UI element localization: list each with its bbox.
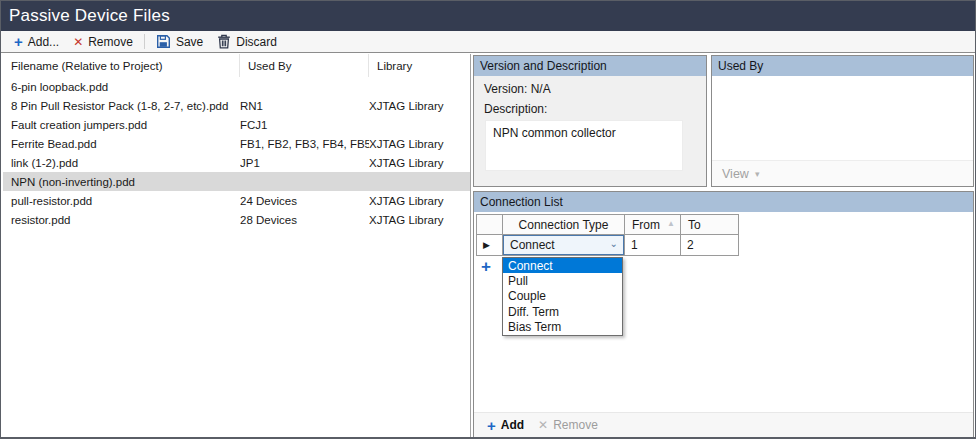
- connection-table: Connection Type From ▲ To ▶ Connect ⌄ 1: [476, 214, 739, 256]
- main-toolbar: + Add... ✕ Remove Save: [1, 31, 975, 53]
- table-row[interactable]: Fault creation jumpers.pdd FCJ1: [3, 115, 470, 134]
- connection-type-combobox[interactable]: Connect ⌄: [503, 235, 624, 255]
- column-header-filename[interactable]: Filename (Relative to Project): [3, 54, 240, 77]
- cell-used-by: [240, 77, 369, 96]
- remove-x-icon: ✕: [538, 419, 548, 431]
- current-row-indicator[interactable]: ▶: [477, 235, 503, 256]
- cell-library: [369, 77, 470, 96]
- connection-table-header: Connection Type From ▲ To: [477, 215, 739, 235]
- new-row-plus-icon[interactable]: +: [481, 258, 491, 275]
- connection-type-cell: Connect ⌄: [503, 235, 625, 256]
- file-table: Filename (Relative to Project) Used By L…: [3, 54, 471, 438]
- dropdown-option-pull[interactable]: Pull: [503, 273, 622, 288]
- cell-used-by: JP1: [240, 153, 369, 172]
- table-row-selected[interactable]: NPN (non-inverting).pdd: [3, 172, 470, 191]
- table-row[interactable]: pull-resistor.pdd 24 Devices XJTAG Libra…: [3, 191, 470, 210]
- description-field[interactable]: NPN common collector: [485, 120, 683, 171]
- dropdown-option-couple[interactable]: Couple: [503, 289, 622, 304]
- add-button-label: Add...: [28, 35, 59, 49]
- cell-library: XJTAG Library: [369, 191, 470, 210]
- cell-library: [369, 115, 470, 134]
- connection-remove-label: Remove: [553, 418, 598, 432]
- table-row[interactable]: Ferrite Bead.pdd FB1, FB2, FB3, FB4, FB5…: [3, 134, 470, 153]
- connection-add-button[interactable]: + Add: [480, 415, 531, 436]
- cell-filename: 8 Pin Pull Resistor Pack (1-8, 2-7, etc)…: [3, 96, 240, 115]
- toolbar-separator: [144, 34, 145, 49]
- remove-x-icon: ✕: [73, 36, 83, 48]
- cell-used-by: FB1, FB2, FB3, FB4, FB5: [240, 134, 369, 153]
- column-header-connection-type[interactable]: Connection Type: [503, 215, 625, 235]
- version-panel-header: Version and Description: [474, 56, 706, 76]
- table-row[interactable]: resistor.pdd 28 Devices XJTAG Library: [3, 210, 470, 229]
- cell-filename: Ferrite Bead.pdd: [3, 134, 240, 153]
- cell-used-by: [240, 172, 369, 191]
- cell-library: XJTAG Library: [369, 134, 470, 153]
- cell-library: XJTAG Library: [369, 96, 470, 115]
- chevron-down-icon: ▾: [755, 169, 760, 179]
- connection-row: ▶ Connect ⌄ 1 2: [477, 235, 739, 256]
- passive-device-files-window: Passive Device Files + Add... ✕ Remove S…: [0, 0, 976, 439]
- save-icon: [156, 34, 171, 49]
- table-row[interactable]: 8 Pin Pull Resistor Pack (1-8, 2-7, etc)…: [3, 96, 470, 115]
- remove-button[interactable]: ✕ Remove: [66, 32, 140, 52]
- cell-library: XJTAG Library: [369, 210, 470, 229]
- remove-button-label: Remove: [88, 35, 133, 49]
- cell-used-by: RN1: [240, 96, 369, 115]
- version-description-panel: Version and Description Version: N/A Des…: [473, 55, 707, 187]
- chevron-down-icon: ⌄: [610, 239, 618, 249]
- row-arrow-icon: ▶: [483, 240, 490, 250]
- view-dropdown-button[interactable]: View: [722, 167, 749, 181]
- cell-filename: 6-pin loopback.pdd: [3, 77, 240, 96]
- dropdown-option-connect[interactable]: Connect: [503, 258, 622, 273]
- cell-filename: pull-resistor.pdd: [3, 191, 240, 210]
- to-cell[interactable]: 2: [681, 235, 739, 256]
- column-header-used-by[interactable]: Used By: [240, 54, 369, 77]
- connection-list-panel: Connection List Connection Type From ▲ T…: [473, 191, 974, 438]
- cell-filename: link (1-2).pdd: [3, 153, 240, 172]
- page-title: Passive Device Files: [1, 1, 975, 31]
- dropdown-option-diff-term[interactable]: Diff. Term: [503, 304, 622, 319]
- add-button[interactable]: + Add...: [7, 32, 66, 52]
- cell-library: XJTAG Library: [369, 153, 470, 172]
- connection-remove-button[interactable]: ✕ Remove: [531, 415, 605, 436]
- from-cell[interactable]: 1: [625, 235, 681, 256]
- description-label: Description:: [484, 102, 547, 116]
- used-by-panel-header: Used By: [712, 56, 973, 76]
- from-header-label: From: [632, 218, 660, 232]
- connection-type-dropdown: Connect Pull Couple Diff. Term Bias Term: [502, 257, 623, 336]
- save-button[interactable]: Save: [149, 32, 210, 52]
- connection-panel-header: Connection List: [474, 192, 973, 212]
- column-header-to[interactable]: To: [681, 215, 739, 235]
- plus-icon: +: [14, 34, 23, 49]
- version-value: Version: N/A: [484, 82, 551, 96]
- connection-footer: + Add ✕ Remove: [474, 412, 973, 437]
- cell-used-by: 28 Devices: [240, 210, 369, 229]
- table-row[interactable]: 6-pin loopback.pdd: [3, 77, 470, 96]
- cell-filename: resistor.pdd: [3, 210, 240, 229]
- discard-button-label: Discard: [236, 35, 277, 49]
- cell-used-by: FCJ1: [240, 115, 369, 134]
- cell-library: [369, 172, 470, 191]
- save-button-label: Save: [176, 35, 203, 49]
- plus-icon: +: [487, 418, 496, 433]
- dropdown-option-bias-term[interactable]: Bias Term: [503, 320, 622, 335]
- sort-ascending-icon: ▲: [667, 220, 675, 228]
- cell-filename: NPN (non-inverting).pdd: [3, 172, 240, 191]
- combobox-value: Connect: [510, 238, 555, 252]
- column-header-from[interactable]: From ▲: [625, 215, 681, 235]
- page-title-text: Passive Device Files: [9, 6, 170, 26]
- column-header-library[interactable]: Library: [369, 54, 470, 77]
- cell-filename: Fault creation jumpers.pdd: [3, 115, 240, 134]
- discard-button[interactable]: Discard: [210, 32, 284, 52]
- connection-add-label: Add: [501, 418, 524, 432]
- used-by-footer: View ▾: [712, 160, 973, 186]
- table-row[interactable]: link (1-2).pdd JP1 XJTAG Library: [3, 153, 470, 172]
- trash-icon: [217, 34, 231, 49]
- used-by-panel: Used By View ▾: [711, 55, 974, 187]
- cell-used-by: 24 Devices: [240, 191, 369, 210]
- file-table-header: Filename (Relative to Project) Used By L…: [3, 54, 470, 77]
- row-selector-header: [477, 215, 503, 235]
